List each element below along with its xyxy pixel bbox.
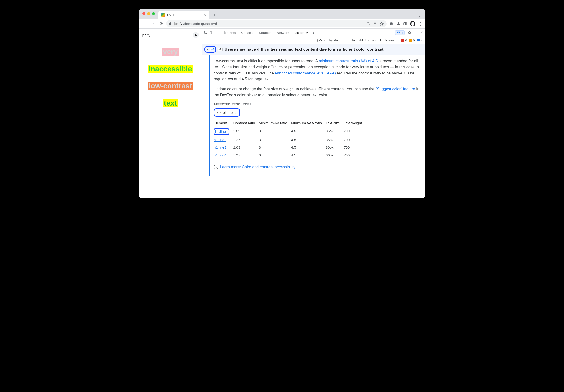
col-aa: Minimum AA ratio [259, 119, 291, 127]
zoom-icon[interactable] [366, 22, 370, 26]
tab-network[interactable]: Network [275, 30, 291, 36]
kebab-icon[interactable]: ⋮ [414, 30, 418, 35]
affected-elements-table: Element Contrast ratio Minimum AA ratio … [214, 119, 366, 159]
new-tab-button[interactable]: + [211, 11, 218, 18]
issue-description-1: Low-contrast text is difficult or imposs… [214, 58, 421, 82]
message-icon [210, 47, 214, 51]
issue-rail [202, 55, 213, 176]
sample-text-4: text [163, 99, 178, 108]
element-link[interactable]: h1.line3 [214, 145, 226, 149]
browser-tab[interactable]: CVD × [158, 11, 209, 19]
element-link[interactable]: h1.line2 [214, 138, 226, 142]
table-row: h1.line2 1.2734.536px700 [214, 136, 366, 144]
issue-count: 4 [218, 48, 223, 51]
close-icon[interactable]: × [305, 31, 308, 35]
sample-text-1: very [162, 48, 179, 56]
close-window[interactable] [142, 12, 145, 15]
site-label: jec.fyi [142, 33, 151, 37]
svg-point-0 [367, 22, 369, 24]
inspect-icon[interactable] [204, 30, 208, 35]
col-contrast: Contrast ratio [233, 119, 259, 127]
tabs-overflow-icon[interactable]: ⌄ [418, 14, 421, 17]
forward-button: → [150, 20, 156, 27]
table-row: h1.line1 1.5234.536px700 [214, 127, 366, 136]
disclosure-triangle-icon[interactable]: ▼ [216, 111, 219, 114]
bookmark-icon[interactable] [380, 22, 384, 26]
link-aaa-level[interactable]: enhanced conformance level (AAA) [275, 71, 336, 75]
page-viewport: jec.fyi very inaccessible low-contrast t… [139, 29, 202, 198]
issue-title: Users may have difficulties reading text… [224, 47, 384, 52]
tab-issues[interactable]: Issues × [292, 30, 310, 36]
sample-text-3: low-contrast [148, 82, 193, 90]
close-devtools-icon[interactable]: × [420, 30, 423, 35]
url-text: jec.fyi/demo/cds-quest-cvd [174, 22, 217, 26]
arrow-circle-icon: → [214, 165, 218, 169]
sample-text-2: inaccessible [148, 65, 193, 73]
col-element: Element [214, 119, 233, 127]
window-controls [142, 12, 155, 15]
tab-strip: CVD × + ⌄ [139, 9, 425, 19]
sidepanel-icon[interactable] [403, 22, 407, 26]
issue-description-2: Update colors or change the font size or… [214, 86, 421, 98]
profile-avatar[interactable] [410, 21, 415, 27]
warning-count: !0 [409, 39, 415, 42]
content-area: jec.fyi very inaccessible low-contrast t… [139, 29, 425, 198]
devtools-panel: Elements Console Sources Network Issues … [202, 29, 425, 198]
link-aa-ratio[interactable]: minimum contrast ratio (AA) of 4.5 [319, 59, 378, 63]
lock-icon [169, 22, 172, 25]
toolbar: ← → ⟳ jec.fyi/demo/cds-quest-cvd ⋮ [139, 19, 425, 29]
learn-more-row: → Learn more: Color and contrast accessi… [214, 164, 421, 170]
tab-console[interactable]: Console [239, 30, 255, 36]
col-size: Text size [326, 119, 344, 127]
theme-toggle[interactable] [193, 32, 199, 38]
include-third-party-checkbox[interactable]: Include third-party cookie issues [343, 39, 395, 42]
table-row: h1.line3 2.0334.536px700 [214, 144, 366, 151]
element-link[interactable]: h1.line4 [214, 153, 226, 157]
menu-icon[interactable]: ⋮ [418, 21, 423, 27]
affected-resources-label: AFFECTED RESOURCES [214, 102, 421, 107]
issues-toolbar: Group by kind Include third-party cookie… [202, 37, 425, 44]
browser-window: CVD × + ⌄ ← → ⟳ jec.fyi/demo/cds-quest-c… [139, 9, 425, 198]
group-by-kind-checkbox[interactable]: Group by kind [314, 39, 340, 42]
col-weight: Text weight [344, 119, 366, 127]
minimize-window[interactable] [147, 12, 150, 15]
labs-icon[interactable] [397, 22, 400, 26]
device-toggle-icon[interactable] [209, 30, 214, 35]
error-count: ×0 [401, 39, 407, 42]
elements-summary[interactable]: ▼ 4 elements [214, 108, 240, 116]
favicon-icon [161, 13, 165, 17]
share-icon[interactable] [373, 22, 377, 26]
element-link[interactable]: h1.line1 [215, 129, 228, 134]
table-row: h1.line4 1.2734.536px700 [214, 151, 366, 159]
back-button[interactable]: ← [141, 20, 148, 27]
tab-title: CVD [167, 13, 174, 17]
more-tabs-icon[interactable]: » [312, 31, 316, 35]
svg-rect-3 [404, 22, 407, 25]
disclosure-triangle-icon[interactable]: ▼ [206, 48, 209, 51]
issue-details: Low-contrast text is difficult or imposs… [213, 55, 425, 176]
highlight-ring: ▼ [204, 46, 216, 53]
address-bar[interactable]: jec.fyi/demo/cds-quest-cvd [166, 20, 386, 28]
maximize-window[interactable] [152, 12, 155, 15]
issues-badge[interactable]: 4 [395, 30, 405, 35]
issue-header[interactable]: ▼ 4 Users may have difficulties reading … [202, 44, 425, 55]
close-tab-icon[interactable]: × [204, 13, 206, 17]
extensions-icon[interactable] [389, 22, 394, 26]
learn-more-link[interactable]: Learn more: Color and contrast accessibi… [220, 164, 295, 170]
tab-elements[interactable]: Elements [220, 30, 238, 36]
reload-button[interactable]: ⟳ [158, 20, 165, 27]
svg-line-1 [369, 24, 370, 25]
col-aaa: Minimum AAA ratio [291, 119, 326, 127]
message-count: 4 [417, 39, 423, 42]
devtools-tabbar: Elements Console Sources Network Issues … [202, 29, 425, 37]
issue-list: ▼ 4 Users may have difficulties reading … [202, 44, 425, 198]
link-suggest-color[interactable]: "Suggest color" feature [376, 87, 415, 91]
tab-sources[interactable]: Sources [257, 30, 273, 36]
gear-icon[interactable] [407, 30, 411, 35]
